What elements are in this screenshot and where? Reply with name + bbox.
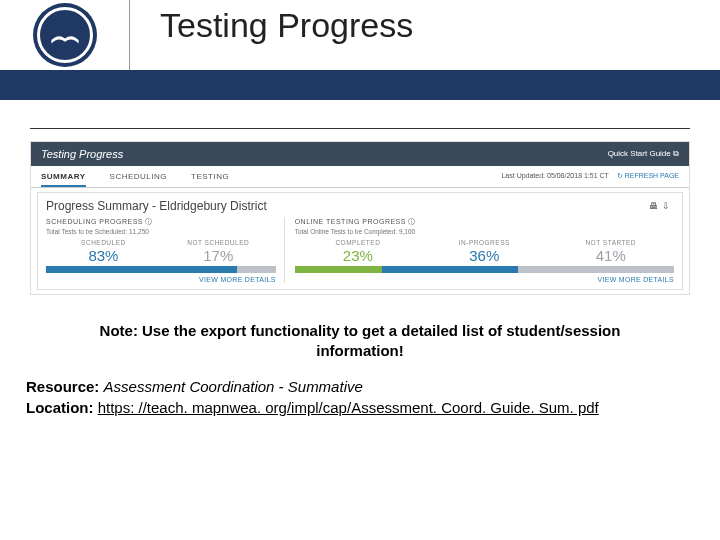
online-bar: [295, 266, 674, 273]
in-progress-percent: 36%: [421, 247, 547, 264]
divider: [30, 128, 690, 129]
screenshot-title: Testing Progress: [41, 148, 123, 160]
tab-scheduling[interactable]: SCHEDULING: [110, 172, 167, 187]
page-title: Testing Progress: [130, 0, 720, 70]
completed-percent: 23%: [295, 247, 421, 264]
not-started-percent: 41%: [548, 247, 674, 264]
print-icon[interactable]: 🖶: [649, 201, 662, 211]
slide-header: Testing Progress: [0, 0, 720, 70]
scheduling-progress: SCHEDULING PROGRESS ⓘ Total Tests to be …: [46, 217, 285, 283]
external-link-icon: ⧉: [673, 149, 679, 158]
tab-summary[interactable]: SUMMARY: [41, 172, 86, 187]
quick-start-link[interactable]: Quick Start Guide ⧉: [608, 149, 679, 159]
scheduled-percent: 83%: [46, 247, 161, 264]
tab-bar: SUMMARY SCHEDULING TESTING Last Updated:…: [31, 166, 689, 188]
export-icon[interactable]: ⇩: [662, 201, 674, 211]
not-scheduled-percent: 17%: [161, 247, 276, 264]
note-text: Note: Use the export functionality to ge…: [60, 321, 660, 362]
info-icon[interactable]: ⓘ: [408, 218, 416, 225]
resource-link[interactable]: https: //teach. mapnwea. org/impl/cap/As…: [98, 399, 599, 416]
logo-container: [0, 0, 130, 70]
scheduling-bar: [46, 266, 276, 273]
tab-testing[interactable]: TESTING: [191, 172, 229, 187]
info-icon[interactable]: ⓘ: [145, 218, 153, 225]
app-screenshot: Testing Progress Quick Start Guide ⧉ SUM…: [30, 141, 690, 295]
resource-block: Resource: Assessment Coordination - Summ…: [26, 376, 694, 418]
book-logo-icon: [37, 7, 93, 63]
last-updated: Last Updated: 05/08/2018 1:51 CT ↻ REFRE…: [501, 172, 679, 180]
view-details-scheduling[interactable]: VIEW MORE DETAILS: [46, 276, 276, 283]
online-testing-progress: ONLINE TESTING PROGRESS ⓘ Total Online T…: [295, 217, 674, 283]
pane-actions: 🖶⇩: [649, 201, 674, 211]
view-details-online[interactable]: VIEW MORE DETAILS: [295, 276, 674, 283]
screenshot-titlebar: Testing Progress Quick Start Guide ⧉: [31, 142, 689, 166]
progress-summary-pane: Progress Summary - Eldridgebury District…: [37, 192, 683, 290]
refresh-page-link[interactable]: ↻ REFRESH PAGE: [617, 172, 679, 179]
pane-title: Progress Summary - Eldridgebury District: [46, 199, 267, 213]
resource-name: Assessment Coordination - Summative: [104, 378, 363, 395]
